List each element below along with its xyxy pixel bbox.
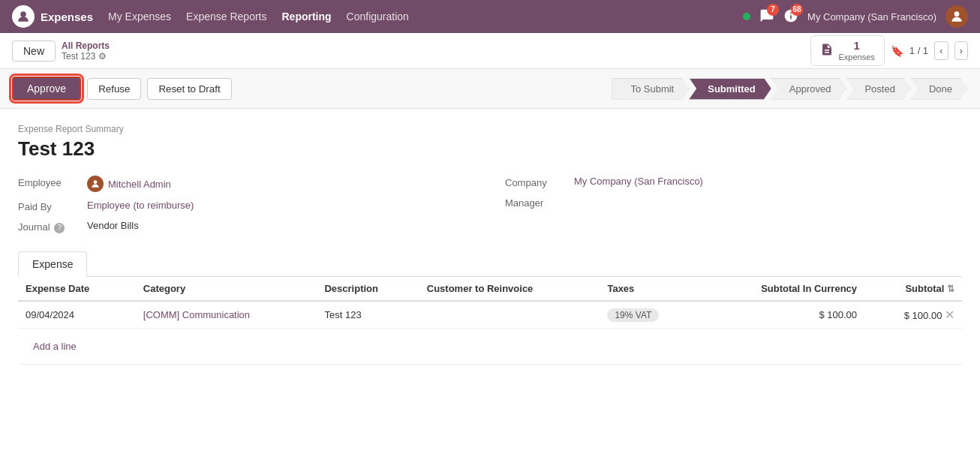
add-line-button[interactable]: Add a line xyxy=(26,335,84,358)
nav-reporting[interactable]: Reporting xyxy=(282,8,332,26)
messages-badge: 7 xyxy=(767,4,779,16)
company-selector[interactable]: My Company (San Francisco) xyxy=(807,11,936,23)
col-header-description: Description xyxy=(317,277,419,301)
company-label: Company xyxy=(505,176,565,188)
manager-label: Manager xyxy=(505,196,565,209)
svg-point-1 xyxy=(954,11,960,17)
add-line-row: Add a line xyxy=(18,329,962,365)
breadcrumb-main: All Reports xyxy=(62,41,110,51)
app-name: Expenses xyxy=(41,11,93,23)
cell-taxes: 19% VAT xyxy=(600,301,699,329)
tab-expense[interactable]: Expense xyxy=(18,251,87,277)
bookmark-icon[interactable]: 🔖 xyxy=(891,45,903,57)
next-record-button[interactable]: › xyxy=(954,41,968,60)
status-posted[interactable]: Posted xyxy=(846,78,910,100)
journal-label: Journal ? xyxy=(18,220,78,233)
nav-expense-reports[interactable]: Expense Reports xyxy=(186,8,266,26)
col-header-customer: Customer to Reinvoice xyxy=(419,277,600,301)
add-line-cell: Add a line xyxy=(18,329,962,365)
page-info: 1 / 1 xyxy=(909,45,928,56)
settings-icon[interactable]: ⚙ xyxy=(98,51,107,62)
col-header-category: Category xyxy=(136,277,317,301)
messages-icon[interactable]: 7 xyxy=(759,8,774,26)
prev-record-button[interactable]: ‹ xyxy=(934,41,948,60)
refuse-button[interactable]: Refuse xyxy=(87,78,141,100)
status-to-submit[interactable]: To Submit xyxy=(612,78,690,100)
svg-point-2 xyxy=(94,180,98,184)
nav-links: My Expenses Expense Reports Reporting Co… xyxy=(108,8,728,26)
category-link[interactable]: [COMM] Communication xyxy=(143,309,250,320)
expense-table: Expense Date Category Description Custom… xyxy=(18,277,962,365)
company-row: Company My Company (San Francisco) xyxy=(505,176,962,188)
journal-value: Vendor Bills xyxy=(87,220,139,231)
employee-label: Employee xyxy=(18,176,78,188)
cell-date: 09/04/2024 xyxy=(18,301,136,329)
form-right: Company My Company (San Francisco) Manag… xyxy=(505,176,962,233)
action-bar: Approve Refuse Reset to Draft To Submit … xyxy=(0,69,980,109)
cell-description: Test 123 xyxy=(317,301,419,329)
journal-help-icon[interactable]: ? xyxy=(54,223,65,233)
delete-row-button[interactable]: ✕ xyxy=(945,308,954,321)
nav-configuration[interactable]: Configuration xyxy=(347,8,409,26)
paid-by-label: Paid By xyxy=(18,200,78,212)
paid-by-row: Paid By Employee (to reimburse) xyxy=(18,200,475,212)
status-approved[interactable]: Approved xyxy=(771,78,847,100)
tax-badge: 19% VAT xyxy=(607,308,659,322)
nav-right-area: 7 68 My Company (San Francisco) xyxy=(743,5,968,28)
employee-value[interactable]: Mitchell Admin xyxy=(108,179,171,190)
expenses-label: Expenses xyxy=(838,53,874,62)
cell-category: [COMM] Communication xyxy=(136,301,317,329)
cell-customer xyxy=(419,301,600,329)
status-submitted[interactable]: Submitted xyxy=(689,78,771,100)
col-header-date: Expense Date xyxy=(18,277,136,301)
manager-row: Manager xyxy=(505,196,962,209)
journal-row: Journal ? Vendor Bills xyxy=(18,220,475,233)
employee-avatar-icon xyxy=(87,176,104,192)
approve-button[interactable]: Approve xyxy=(12,77,81,101)
paid-by-value[interactable]: Employee (to reimburse) xyxy=(87,200,194,211)
app-logo-icon xyxy=(12,5,35,28)
activities-icon[interactable]: 68 xyxy=(783,8,798,26)
nav-my-expenses[interactable]: My Expenses xyxy=(108,8,171,26)
employee-row: Employee Mitchell Admin xyxy=(18,176,475,192)
cell-subtotal-currency: $ 100.00 xyxy=(699,301,864,329)
expense-tabs: Expense xyxy=(18,251,962,277)
svg-point-0 xyxy=(20,11,26,17)
document-icon xyxy=(820,43,834,59)
secondary-toolbar: New All Reports Test 123 ⚙ 1 Expenses 🔖 … xyxy=(0,33,980,69)
company-value[interactable]: My Company (San Francisco) xyxy=(574,176,703,187)
report-title: Test 123 xyxy=(18,137,962,161)
form-fields: Employee Mitchell Admin Paid By Employee… xyxy=(18,176,962,233)
form-left: Employee Mitchell Admin Paid By Employee… xyxy=(18,176,475,233)
reset-to-draft-button[interactable]: Reset to Draft xyxy=(147,78,231,100)
sort-icon[interactable]: ⇅ xyxy=(947,284,954,294)
cell-subtotal: $ 100.00 ✕ xyxy=(864,301,962,329)
col-header-subtotal-currency: Subtotal In Currency xyxy=(699,277,864,301)
status-dot xyxy=(743,13,750,20)
activities-badge: 68 xyxy=(791,4,803,16)
breadcrumb-sub: Test 123 ⚙ xyxy=(62,51,110,62)
col-header-taxes: Taxes xyxy=(600,277,699,301)
main-content: Expense Report Summary Test 123 Employee… xyxy=(0,109,980,463)
expenses-smart-button[interactable]: 1 Expenses xyxy=(810,35,884,66)
table-row: 09/04/2024 [COMM] Communication Test 123… xyxy=(18,301,962,329)
col-header-subtotal: Subtotal ⇅ xyxy=(864,277,962,301)
user-avatar[interactable] xyxy=(945,5,968,28)
new-button[interactable]: New xyxy=(12,41,56,62)
status-done[interactable]: Done xyxy=(910,78,968,100)
status-pipeline: To Submit Submitted Approved Posted Done xyxy=(612,78,968,100)
report-subtitle: Expense Report Summary xyxy=(18,124,962,134)
app-brand[interactable]: Expenses xyxy=(12,5,93,28)
expenses-count: 1 xyxy=(853,39,859,53)
top-navigation: Expenses My Expenses Expense Reports Rep… xyxy=(0,0,980,33)
breadcrumb[interactable]: All Reports Test 123 ⚙ xyxy=(62,41,110,62)
record-navigation: 🔖 1 / 1 ‹ › xyxy=(891,41,968,60)
